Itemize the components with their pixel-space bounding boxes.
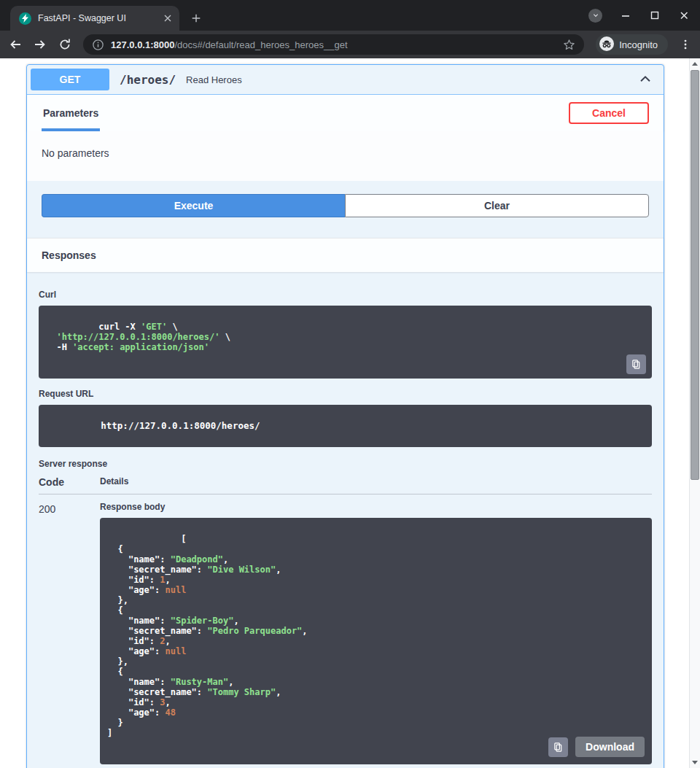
page-info-icon[interactable] [92,39,104,51]
tab-search-icon[interactable] [588,9,602,23]
method-badge: GET [31,69,109,90]
forward-button[interactable] [34,38,47,51]
tab-close-icon[interactable] [162,12,174,24]
code-column-header: Code [39,476,100,488]
request-url-block: http://127.0.0.1:8000/heroes/ [39,405,652,447]
parameters-body: No parameters [27,131,664,181]
scrollbar-down-arrow[interactable] [690,757,700,768]
endpoint-path: /heroes/ [120,73,176,87]
details-column-header: Details [100,476,128,488]
curl-label: Curl [39,290,652,300]
browser-tab[interactable]: FastAPI - Swagger UI [10,6,179,31]
execute-button[interactable]: Execute [42,194,345,217]
response-table-head: Code Details [39,476,652,494]
scrollbar-thumb[interactable] [691,70,699,480]
incognito-label: Incognito [619,39,658,50]
cancel-button[interactable]: Cancel [569,102,649,124]
download-button[interactable]: Download [575,737,645,757]
page-viewport: GET /heroes/ Read Heroes Parameters Canc… [0,58,700,768]
browser-menu-button[interactable] [680,39,691,50]
opblock-get-heroes: GET /heroes/ Read Heroes Parameters Canc… [26,64,664,768]
execute-wrapper: Execute Clear [27,181,664,238]
request-url-value: http://127.0.0.1:8000/heroes/ [101,420,260,431]
page-scrollbar[interactable] [689,58,700,768]
status-code: 200 [39,494,100,768]
endpoint-summary: Read Heroes [186,74,242,85]
clear-button[interactable]: Clear [345,194,649,217]
fastapi-logo-icon [19,12,31,25]
address-bar[interactable]: 127.0.0.1:8000/docs#/default/read_heroes… [83,34,584,55]
curl-block: curl -X 'GET' \ 'http://127.0.0.1:8000/h… [39,306,652,379]
back-button[interactable] [9,38,22,51]
opblock-summary[interactable]: GET /heroes/ Read Heroes [27,65,664,95]
responses-body: Curl curl -X 'GET' \ 'http://127.0.0.1:8… [27,272,664,768]
collapse-chevron-up-icon[interactable] [637,71,653,88]
server-response-label: Server response [39,459,652,469]
incognito-icon [599,36,614,53]
copy-curl-button[interactable] [626,354,646,374]
parameters-header: Parameters Cancel [27,95,664,131]
url-text: 127.0.0.1:8000/docs#/default/read_heroes… [111,39,556,50]
window-minimize-button[interactable] [620,9,631,21]
request-url-label: Request URL [39,389,652,399]
swagger-page: GET /heroes/ Read Heroes Parameters Canc… [0,58,689,768]
responses-header: Responses [27,238,664,272]
no-parameters-message: No parameters [42,147,649,159]
response-body-block: [ { "name": "Deadpond", "secret_name": "… [100,518,652,764]
window-close-button[interactable] [678,9,690,21]
curl-code: curl -X 'GET' \ 'http://127.0.0.1:8000/h… [46,322,230,352]
response-body-label: Response body [100,502,652,512]
browser-toolbar: 127.0.0.1:8000/docs#/default/read_heroes… [0,31,700,58]
tab-parameters[interactable]: Parameters [42,95,100,131]
bookmark-star-icon[interactable] [563,39,575,51]
new-tab-button[interactable] [190,12,203,25]
response-body-code: [ { "name": "Deadpond", "secret_name": "… [107,534,308,738]
response-row-200: 200 Response body [ { "name": "Deadpond"… [39,494,652,768]
browser-titlebar: FastAPI - Swagger UI [0,0,700,31]
incognito-badge: Incognito [596,34,668,55]
reload-button[interactable] [58,38,71,51]
window-maximize-button[interactable] [649,9,661,21]
tab-title: FastAPI - Swagger UI [38,13,155,23]
copy-response-button[interactable] [548,737,568,757]
url-host: 127.0.0.1:8000 [111,39,174,50]
scrollbar-up-arrow[interactable] [690,58,700,69]
url-path: /docs#/default/read_heroes_heroes__get [174,39,347,50]
responses-title: Responses [42,249,96,261]
